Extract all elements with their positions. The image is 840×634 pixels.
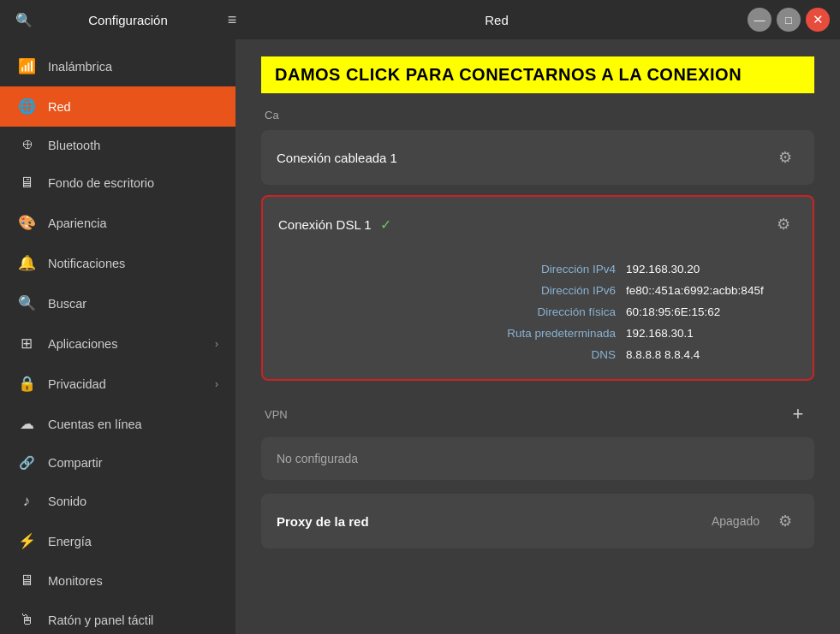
sidebar-label-buscar: Buscar [48,297,218,311]
main-layout: 📶 Inalámbrica 🌐 Red ᪠ Bluetooth 🖥 Fondo … [0,39,840,634]
window-controls: — □ ✕ [748,8,830,32]
sidebar-label-bluetooth: Bluetooth [48,139,218,152]
sidebar-label-red: Red [48,100,218,114]
connected-check-icon: ✓ [380,216,391,233]
sidebar-label-energia: Energía [48,535,218,548]
menu-icon: ≡ [228,11,237,29]
proxy-title: Proxy de la red [277,514,712,529]
sidebar-label-fondo: Fondo de escritorio [48,176,218,190]
desktop-icon: 🖥 [17,175,36,192]
maximize-icon: □ [785,14,792,27]
sidebar-label-monitores: Monitores [48,574,218,588]
bluetooth-icon: ᪠ [17,138,36,152]
sidebar-label-compartir: Compartir [48,456,218,470]
sidebar-item-bluetooth[interactable]: ᪠ Bluetooth [0,127,235,163]
ipv6-row: Dirección IPv6 fe80::451a:6992:acbb:845f [278,280,797,301]
sidebar-item-apariencia[interactable]: 🎨 Apariencia [0,203,235,243]
sidebar-item-privacidad[interactable]: 🔒 Privacidad › [0,364,235,404]
sidebar-item-sonido[interactable]: ♪ Sonido [0,482,235,521]
route-label: Ruta predeterminada [462,327,616,340]
wired-connection-card[interactable]: Conexión cableada 1 ⚙ [261,130,814,185]
proxy-settings-button[interactable]: ⚙ [771,507,799,535]
privacy-icon: 🔒 [17,375,36,393]
sidebar-item-inalambrica[interactable]: 📶 Inalámbrica [0,46,235,86]
sidebar-item-monitores[interactable]: 🖥 Monitores [0,561,235,601]
titlebar: 🔍 Configuración ≡ Red — □ ✕ [0,0,840,39]
dsl-connection-card[interactable]: Conexión DSL 1 ✓ ⚙ Dirección IPv4 192.16… [261,195,814,381]
dsl-gear-icon: ⚙ [777,215,790,234]
vpn-card: No configurada [261,437,814,480]
sidebar-item-fondo[interactable]: 🖥 Fondo de escritorio [0,163,235,203]
cloud-icon: ☁ [17,415,36,433]
ipv6-label: Dirección IPv6 [462,284,616,297]
sidebar-item-buscar[interactable]: 🔍 Buscar [0,283,235,323]
menu-button[interactable]: ≡ [218,6,246,33]
sidebar-item-notificaciones[interactable]: 🔔 Notificaciones [0,243,235,283]
route-value: 192.168.30.1 [626,327,797,340]
section-label: Ca [261,109,814,121]
sidebar-item-raton[interactable]: 🖱 Ratón y panel táctil [0,601,235,634]
plus-icon: + [793,403,804,425]
gear-icon: ⚙ [778,148,792,167]
sidebar-label-inalambrica: Inalámbrica [48,60,218,74]
chevron-privacy-icon: › [215,378,218,390]
proxy-gear-icon: ⚙ [778,512,792,530]
minimize-icon: — [754,14,766,27]
vpn-add-button[interactable]: + [785,401,811,427]
mac-value: 60:18:95:6E:15:62 [626,305,797,318]
sidebar-label-sonido: Sonido [48,495,218,508]
ipv6-value: fe80::451a:6992:acbb:845f [626,284,797,297]
vpn-not-configured-text: No configurada [277,452,358,465]
sidebar-item-red[interactable]: 🌐 Red [0,86,235,127]
content-area: DAMOS CLICK PARA CONECTARNOS A LA CONEXI… [235,39,840,634]
sidebar-label-privacidad: Privacidad [48,377,203,391]
wired-connection-row: Conexión cableada 1 ⚙ [261,130,814,185]
sidebar-label-notificaciones: Notificaciones [48,257,218,270]
sidebar-label-cuentas: Cuentas en línea [48,418,218,431]
titlebar-left: 🔍 Configuración ≡ [10,6,246,33]
wired-connection-title: Conexión cableada 1 [277,151,771,165]
minimize-button[interactable]: — [748,8,771,32]
monitor-icon: 🖥 [17,572,36,590]
sidebar-item-cuentas[interactable]: ☁ Cuentas en línea [0,404,235,444]
dns-row: DNS 8.8.8.8 8.8.4.4 [278,344,797,365]
sidebar-item-aplicaciones[interactable]: ⊞ Aplicaciones › [0,323,235,364]
search-button[interactable]: 🔍 [10,6,38,33]
ipv4-row: Dirección IPv4 192.168.30.20 [278,258,797,280]
sidebar-item-compartir[interactable]: 🔗 Compartir [0,444,235,482]
sound-icon: ♪ [17,493,36,510]
notifications-icon: 🔔 [17,254,36,272]
maximize-button[interactable]: □ [777,8,801,32]
proxy-status: Apagado [712,514,760,528]
search-icon: 🔍 [15,12,33,28]
wifi-icon: 📶 [17,57,36,75]
dsl-settings-button[interactable]: ⚙ [770,210,797,238]
route-row: Ruta predeterminada 192.168.30.1 [278,323,797,344]
apps-icon: ⊞ [17,335,36,353]
search-sidebar-icon: 🔍 [17,294,36,312]
appearance-icon: 🎨 [17,214,36,232]
close-button[interactable]: ✕ [806,8,830,32]
dsl-details: Dirección IPv4 192.168.30.20 Dirección I… [263,252,813,379]
sidebar-item-energia[interactable]: ⚡ Energía [0,521,235,561]
proxy-card: Proxy de la red Apagado ⚙ [261,494,814,548]
vpn-section-header: VPN + [261,391,814,437]
annotation-banner: DAMOS CLICK PARA CONECTARNOS A LA CONEXI… [261,56,814,93]
vpn-title: VPN [265,408,785,421]
sidebar-label-raton: Ratón y panel táctil [48,613,218,627]
ipv4-label: Dirección IPv4 [462,263,616,276]
sidebar-label-aplicaciones: Aplicaciones [48,337,203,351]
dns-value: 8.8.8.8 8.8.4.4 [626,348,797,361]
dns-label: DNS [462,348,616,361]
dsl-connection-row: Conexión DSL 1 ✓ ⚙ [263,197,813,252]
window-title: Red [246,13,748,27]
wired-settings-button[interactable]: ⚙ [771,144,799,171]
sidebar-label-apariencia: Apariencia [48,216,218,230]
close-icon: ✕ [813,12,824,27]
mac-label: Dirección física [462,305,616,318]
dsl-title-text: Conexión DSL 1 [278,217,372,232]
app-title: Configuración [46,13,210,27]
chevron-icon: › [215,338,218,350]
mac-row: Dirección física 60:18:95:6E:15:62 [278,301,797,323]
dsl-connection-title: Conexión DSL 1 ✓ [278,216,770,233]
